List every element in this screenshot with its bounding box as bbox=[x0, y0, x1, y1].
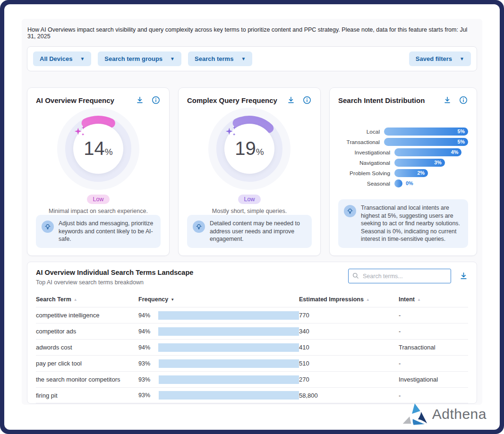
complex-query-frequency-card: Complex Query Frequency bbox=[178, 87, 321, 256]
intent-bar-row: Investigational4% bbox=[338, 148, 468, 156]
sort-asc-icon: ▲ bbox=[417, 298, 421, 302]
filter-bar: All Devices ▼ Search term groups ▼ Searc… bbox=[27, 46, 477, 71]
info-icon[interactable] bbox=[459, 95, 468, 105]
download-icon[interactable] bbox=[443, 95, 452, 105]
cell-search-term: pay per click tool bbox=[36, 360, 138, 367]
cell-frequency: 94% bbox=[138, 312, 151, 319]
intent-category-label: Problem Solving bbox=[338, 170, 390, 177]
intent-bar: 2% bbox=[394, 169, 428, 177]
cell-frequency: 94% bbox=[138, 344, 151, 351]
frequency-bar bbox=[159, 375, 299, 384]
intent-bar bbox=[394, 179, 402, 187]
intent-category-label: Seasonal bbox=[338, 180, 390, 187]
insight-box: Adjust bids and messaging, prioritize ke… bbox=[36, 215, 161, 248]
table-row[interactable]: firing pit93%58,800- bbox=[36, 387, 468, 403]
column-header-intent[interactable]: Intent▲ bbox=[399, 296, 468, 303]
download-icon[interactable] bbox=[286, 95, 296, 105]
cell-frequency: 94% bbox=[138, 328, 151, 335]
search-input[interactable] bbox=[348, 269, 451, 283]
table-row[interactable]: adwords cost94%410Transactional bbox=[36, 339, 468, 355]
gauge-caption: Mostly short, simple queries. bbox=[212, 208, 287, 214]
cell-frequency: 93% bbox=[138, 376, 151, 383]
intent-category-label: Navigational bbox=[338, 160, 390, 166]
status-badge: Low bbox=[87, 195, 110, 204]
frequency-bar bbox=[159, 359, 299, 368]
status-badge: Low bbox=[238, 195, 261, 204]
lightbulb-icon bbox=[344, 205, 356, 217]
table-search bbox=[348, 269, 451, 283]
card-title: AI Overview Frequency bbox=[36, 96, 135, 104]
cell-estimated-impressions: 270 bbox=[299, 376, 399, 383]
intent-bar-row: Local5% bbox=[338, 128, 468, 136]
gauge-caption: Minimal impact on search experience. bbox=[49, 208, 148, 214]
table-row[interactable]: competitor ads94%340- bbox=[36, 323, 468, 339]
page-description: How AI Overviews impact search visibilit… bbox=[27, 25, 477, 46]
column-label: Intent bbox=[399, 296, 415, 303]
cell-search-term: the search monitor competitors bbox=[36, 376, 138, 383]
column-header-search-term[interactable]: Search Term▲ bbox=[36, 296, 138, 303]
search-terms-dropdown[interactable]: Search terms ▼ bbox=[188, 51, 252, 66]
intent-bar-chart: Local5%Transactional5%Investigational4%N… bbox=[338, 128, 468, 187]
chevron-down-icon: ▼ bbox=[170, 56, 175, 61]
saved-filters-dropdown[interactable]: Saved filters ▼ bbox=[409, 51, 471, 66]
device-filter-label: All Devices bbox=[40, 55, 72, 62]
cell-intent: - bbox=[399, 392, 468, 399]
brand-name: Adthena bbox=[432, 406, 487, 422]
cell-intent: Investigational bbox=[399, 376, 468, 383]
insight-box: Detailed content may be needed to addres… bbox=[187, 215, 312, 248]
main-panel: How AI Overviews impact search visibilit… bbox=[22, 19, 482, 405]
lightbulb-icon bbox=[42, 221, 54, 233]
cell-search-term: firing pit bbox=[36, 392, 138, 399]
intent-bar-value: 0% bbox=[406, 180, 413, 186]
info-icon[interactable] bbox=[151, 95, 161, 105]
intent-bar-row: Problem Solving2% bbox=[338, 169, 468, 177]
table-header-row: Search Term▲Frequency▼Estimated Impressi… bbox=[36, 296, 468, 307]
cell-intent: Transactional bbox=[399, 344, 468, 351]
column-header-frequency[interactable]: Frequency▼ bbox=[138, 296, 299, 303]
search-term-groups-dropdown[interactable]: Search term groups ▼ bbox=[98, 51, 181, 66]
cell-estimated-impressions: 770 bbox=[299, 312, 399, 319]
card-title: Complex Query Frequency bbox=[187, 96, 286, 104]
search-term-groups-label: Search term groups bbox=[104, 55, 162, 62]
frequency-bar bbox=[158, 327, 299, 336]
insight-text: Detailed content may be needed to addres… bbox=[210, 220, 306, 243]
chevron-down-icon: ▼ bbox=[460, 56, 464, 61]
frequency-bar bbox=[159, 391, 299, 400]
card-title: Search Intent Distribution bbox=[338, 96, 443, 104]
cell-frequency: 93% bbox=[138, 360, 151, 367]
chevron-down-icon: ▼ bbox=[80, 56, 85, 61]
cell-estimated-impressions: 58,800 bbox=[299, 392, 399, 399]
intent-bar-value: 5% bbox=[457, 139, 465, 145]
info-icon[interactable] bbox=[302, 95, 312, 105]
cell-search-term: competitive intelligence bbox=[36, 312, 138, 319]
table-body: competitive intelligence94%770-competito… bbox=[36, 307, 468, 403]
insight-text: Adjust bids and messaging, prioritize ke… bbox=[59, 220, 155, 243]
intent-category-label: Local bbox=[338, 128, 380, 135]
intent-bar-row: Transactional5% bbox=[338, 138, 468, 146]
brand-footer: Adthena bbox=[402, 402, 487, 426]
download-icon[interactable] bbox=[135, 95, 145, 105]
column-header-estimated-impressions[interactable]: Estimated Impressions▲ bbox=[299, 296, 399, 303]
search-icon bbox=[352, 272, 359, 281]
gauge-ring: 19% bbox=[214, 113, 285, 184]
intent-category-label: Transactional bbox=[338, 139, 380, 145]
cell-search-term: adwords cost bbox=[36, 344, 138, 351]
table-row[interactable]: the search monitor competitors93%270Inve… bbox=[36, 371, 468, 387]
intent-bar-value: 3% bbox=[434, 160, 442, 165]
device-filter-dropdown[interactable]: All Devices ▼ bbox=[33, 51, 91, 66]
frequency-bar bbox=[158, 311, 299, 320]
chevron-down-icon: ▼ bbox=[241, 56, 246, 61]
table-row[interactable]: pay per click tool93%510- bbox=[36, 355, 468, 371]
cell-frequency: 93% bbox=[138, 392, 151, 399]
sort-desc-icon: ▼ bbox=[171, 298, 174, 302]
column-label: Frequency bbox=[138, 296, 168, 303]
sort-asc-icon: ▲ bbox=[74, 298, 77, 302]
table-row[interactable]: competitive intelligence94%770- bbox=[36, 307, 468, 323]
search-terms-table-card: AI Overview Individual Search Terms Land… bbox=[27, 262, 477, 404]
gauge-halo: 19% bbox=[208, 108, 290, 190]
gauge-value: 14% bbox=[84, 138, 112, 159]
cell-search-term: competitor ads bbox=[36, 328, 138, 335]
ai-overview-frequency-card: AI Overview Frequency bbox=[27, 87, 170, 256]
insight-text: Transactional and local intents are high… bbox=[361, 204, 462, 243]
download-icon[interactable] bbox=[459, 272, 468, 281]
